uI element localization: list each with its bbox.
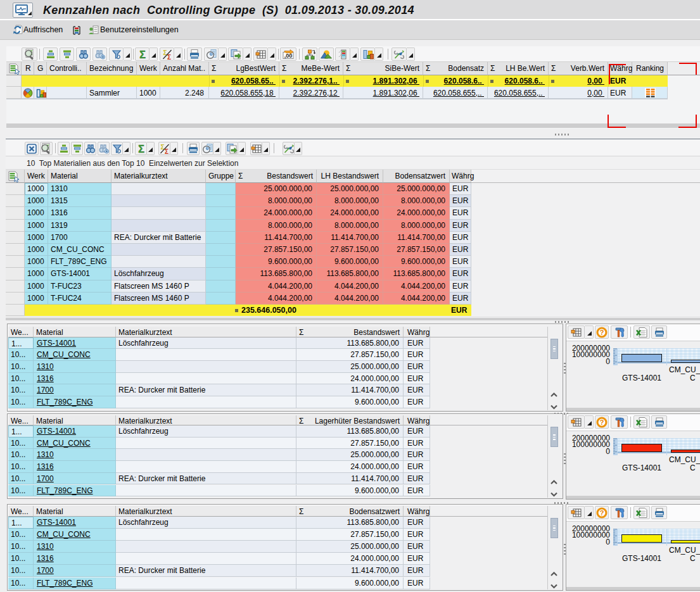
svg-text:Σ: Σ (164, 148, 168, 154)
svg-text:Σ: Σ (138, 144, 144, 154)
svg-text:Σ: Σ (167, 53, 170, 60)
svg-text:?: ? (599, 419, 604, 426)
svg-text:Σ: Σ (139, 49, 146, 60)
svg-text:?: ? (599, 509, 604, 517)
svg-text:?: ? (599, 329, 604, 336)
